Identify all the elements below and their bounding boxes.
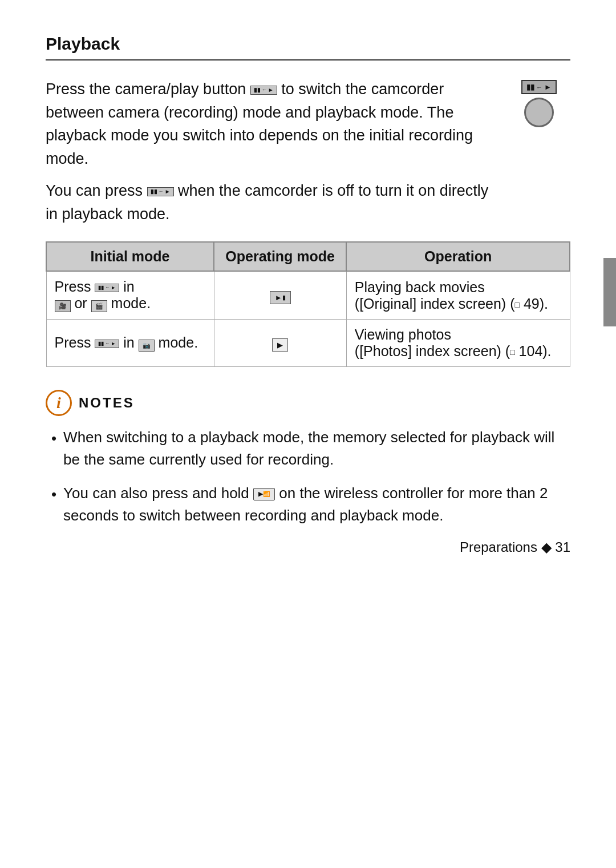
intro-paragraph1: Press the camera/play button ▮▮ ← ► to s…	[46, 78, 496, 170]
large-icon-group: ▮▮ ← ►	[521, 80, 557, 127]
bullet-1: •	[51, 427, 56, 471]
list-item: • When switching to a playback mode, the…	[51, 426, 570, 471]
table-header-operation: Operation	[346, 242, 570, 271]
row1-mode-label: mode.	[111, 295, 151, 311]
page-number: Preparations ◆ 31	[460, 539, 570, 555]
note-item-1: When switching to a playback mode, the m…	[63, 426, 570, 471]
large-icon-row1: ▮▮ ← ►	[521, 80, 557, 94]
row2-operation-text: Viewing photos([Photos] index screen) (□…	[355, 326, 552, 359]
intro-paragraph2: You can press ▮▮ ← ► when the camcorder …	[46, 179, 496, 225]
notes-label: NOTES	[79, 395, 135, 411]
note-item-2: You can also press and hold ▶📶 on the wi…	[63, 482, 570, 527]
large-circle-button	[524, 98, 554, 127]
notes-header: i NOTES	[46, 390, 570, 416]
bullet-2: •	[51, 483, 56, 527]
row2-camera-icon: 📷	[139, 340, 155, 352]
camera-play-button-icon-inline: ▮▮ ← ►	[250, 86, 277, 95]
row2-in-label: in	[123, 334, 138, 350]
large-camera-play-icon: ▮▮ ← ►	[521, 80, 557, 94]
notes-section: i NOTES • When switching to a playback m…	[46, 390, 570, 527]
large-circle-btn-container	[524, 98, 554, 127]
row1-operation-text: Playing back movies([Original] index scr…	[355, 279, 548, 312]
row1-cam-btn-icon: ▮▮ ← ►	[95, 284, 119, 292]
mode-table: Initial mode Operating mode Operation Pr…	[46, 241, 570, 367]
table-cell-operation-2: Viewing photos([Photos] index screen) (□…	[346, 320, 570, 367]
row1-press-label: Press	[55, 278, 95, 294]
row1-video-icon: 🎥	[55, 300, 71, 312]
list-item: • You can also press and hold ▶📶 on the …	[51, 482, 570, 527]
table-cell-operating-mode-1: ►▮	[214, 271, 346, 320]
wireless-controller-btn-icon: ▶📶	[253, 488, 275, 500]
camera-play-button-icon-inline2: ▮▮ ← ►	[147, 187, 174, 196]
table-header-operating-mode: Operating mode	[214, 242, 346, 271]
operating-mode-photo-icon: ▶	[272, 338, 288, 352]
table-cell-operating-mode-2: ▶	[214, 320, 346, 367]
intro-image: ▮▮ ← ►	[508, 78, 570, 225]
notes-list: • When switching to a playback mode, the…	[46, 426, 570, 527]
row2-mode-label: mode.	[159, 334, 198, 350]
row2-press-label: Press	[55, 334, 95, 350]
table-cell-operation-1: Playing back movies([Original] index scr…	[346, 271, 570, 320]
intro-p2-text1: You can press	[46, 182, 143, 199]
table-header-initial-mode: Initial mode	[46, 242, 214, 271]
row2-cam-btn-icon: ▮▮ ← ►	[95, 340, 119, 348]
row2-book-icon: □	[510, 348, 514, 357]
intro-p1-text1: Press the camera/play button	[46, 80, 246, 98]
intro-block: Press the camera/play button ▮▮ ← ► to s…	[46, 78, 570, 225]
notes-info-icon: i	[46, 390, 72, 416]
page: Playback Press the camera/play button ▮▮…	[0, 0, 616, 584]
row1-book-icon: □	[514, 300, 519, 309]
page-tab	[603, 258, 616, 326]
row1-in-label: in	[123, 278, 134, 294]
section-heading: Playback	[46, 34, 570, 60]
row1-movie-icon: 🎬	[91, 300, 107, 312]
table-row: Press ▮▮ ← ► in 🎥 or 🎬 mod	[46, 271, 570, 320]
table-cell-initial-mode-2: Press ▮▮ ← ► in 📷 mode.	[46, 320, 214, 367]
intro-text: Press the camera/play button ▮▮ ← ► to s…	[46, 78, 496, 225]
table-header-row: Initial mode Operating mode Operation	[46, 242, 570, 271]
table-row: Press ▮▮ ← ► in 📷 mode. ▶	[46, 320, 570, 367]
table-cell-initial-mode-1: Press ▮▮ ← ► in 🎥 or 🎬 mod	[46, 271, 214, 320]
row1-or-label: or	[74, 295, 91, 311]
operating-mode-movie-icon: ►▮	[270, 291, 291, 304]
